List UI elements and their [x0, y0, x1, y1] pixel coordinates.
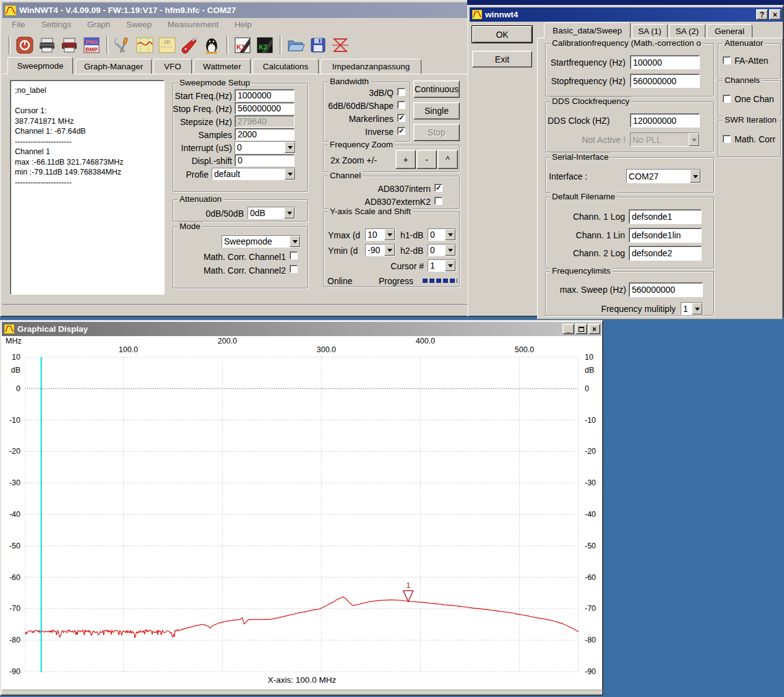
displ-shift-field[interactable]: 0: [235, 154, 295, 167]
max-sweep-field[interactable]: 560000000: [629, 282, 703, 297]
close-button[interactable]: ×: [769, 9, 781, 20]
tab-basic-data-sweep[interactable]: Basic_data/Sweep: [544, 22, 631, 38]
chart-title-bar[interactable]: Graphical Display _ ×: [2, 322, 601, 336]
tab-wattmeter[interactable]: Wattmeter: [194, 59, 251, 74]
open-file-button[interactable]: [285, 35, 306, 56]
h2-db-select[interactable]: 0: [428, 244, 456, 256]
close-button[interactable]: ×: [588, 324, 600, 334]
samples-label: Samples: [173, 130, 232, 140]
tab-sa2[interactable]: SA (2): [669, 24, 705, 38]
ymax-select[interactable]: 10: [365, 228, 395, 241]
cursor-number-select[interactable]: 1: [428, 259, 456, 272]
chevron-down-icon[interactable]: [445, 245, 455, 256]
dialog-title-bar[interactable]: winnwt4 ? ×: [470, 7, 783, 22]
swiss-knife-button[interactable]: [179, 35, 200, 56]
samples-field[interactable]: 2000: [235, 128, 295, 141]
tab-label: SA (2): [676, 27, 699, 36]
one-chan-checkbox[interactable]: [723, 95, 731, 103]
help-button[interactable]: ?: [756, 9, 768, 20]
tools-button[interactable]: [112, 35, 133, 56]
tab-graph-manager[interactable]: Graph-Manager: [75, 59, 152, 74]
start-freq-field[interactable]: 1000000: [235, 89, 295, 102]
tab-calculations[interactable]: Calculations: [252, 59, 319, 74]
chevron-down-icon[interactable]: [284, 207, 295, 219]
tab-sweepmode[interactable]: Sweepmode: [7, 57, 73, 74]
chevron-down-icon[interactable]: [285, 142, 295, 153]
h1-db-select[interactable]: 0: [428, 228, 456, 241]
sweep-chart[interactable]: 100.0200.0300.0400.0500.0MHz101000-10-10…: [2, 336, 601, 691]
save-file-button[interactable]: [308, 35, 329, 56]
menu-settings[interactable]: Settings: [34, 18, 78, 31]
chann1-log-field[interactable]: defsonde1: [629, 209, 702, 224]
menu-measurement[interactable]: Measurement: [161, 18, 226, 31]
maximize-button[interactable]: [575, 324, 587, 334]
chann1-lin-field[interactable]: defsonde1lin: [629, 228, 702, 243]
tab-general[interactable]: General: [707, 24, 752, 38]
frequency-multiply-select[interactable]: 1: [681, 302, 703, 315]
tab-sa1[interactable]: SA (1): [632, 24, 668, 38]
chann2-log-field[interactable]: defsonde2: [629, 246, 702, 261]
print-pdf-button[interactable]: PDF: [59, 35, 80, 56]
chevron-down-icon[interactable]: [285, 168, 295, 180]
calibrate-k2-button[interactable]: K2: [254, 35, 275, 56]
chevron-down-icon[interactable]: [445, 260, 455, 271]
export-png-bmp-button[interactable]: PNGBMP: [81, 35, 102, 56]
y-tick-label-right: -20: [585, 447, 596, 456]
ok-button[interactable]: OK: [472, 26, 532, 43]
interface-select[interactable]: COM27: [626, 169, 701, 183]
chevron-down-icon[interactable]: [384, 245, 395, 256]
sweep-window-button[interactable]: [134, 35, 155, 56]
stopfrequency-field[interactable]: 560000000: [630, 74, 700, 88]
menu-help[interactable]: Help: [228, 18, 259, 31]
menu-graph[interactable]: Graph: [80, 18, 118, 31]
tab-vfo[interactable]: VFO: [153, 59, 192, 74]
zoom-in-button[interactable]: +: [395, 150, 416, 169]
tab-label: Calculations: [263, 62, 309, 71]
profile-select[interactable]: default: [212, 168, 296, 180]
continuous-button[interactable]: Continuous: [413, 80, 460, 98]
markerlines-checkbox[interactable]: ✓: [397, 114, 405, 122]
ymin-select[interactable]: -90: [365, 244, 395, 256]
chevron-down-icon[interactable]: [384, 229, 395, 240]
attenuation-select[interactable]: 0dB: [248, 207, 295, 219]
chevron-down-icon[interactable]: [445, 229, 455, 240]
interrupt-select[interactable]: 0: [235, 141, 296, 154]
power-button[interactable]: [14, 35, 35, 56]
ymin-label: Ymin (d: [328, 246, 364, 256]
measurement-info-panel[interactable]: ;no_label Cursor 1: 387.741871 MHz Chann…: [10, 80, 165, 295]
stop-freq-field[interactable]: 560000000: [235, 102, 295, 115]
single-button[interactable]: Single: [413, 102, 460, 119]
dds-clock-field[interactable]: 120000000: [630, 113, 700, 128]
swr-math-corr-checkbox[interactable]: [723, 135, 731, 143]
chevron-down-icon[interactable]: [690, 170, 700, 183]
interrupt-value: 0: [235, 142, 285, 153]
ad8307intern-checkbox[interactable]: ✓: [434, 184, 442, 192]
zoom-reset-button[interactable]: ^: [437, 150, 458, 169]
fa-atten-checkbox[interactable]: [723, 56, 731, 64]
bandwidth-6db-checkbox[interactable]: [397, 101, 405, 109]
menu-file[interactable]: File: [5, 18, 32, 31]
progress-bar: [423, 279, 457, 283]
math-corr-ch1-checkbox[interactable]: [290, 251, 298, 259]
tab-impedanzanpassung[interactable]: Impedanzanpassung: [321, 59, 421, 74]
calibrate-k1-button[interactable]: K1: [232, 35, 253, 56]
inverse-checkbox[interactable]: ✓: [397, 127, 405, 135]
minimize-button[interactable]: _: [562, 324, 574, 334]
menu-sweep[interactable]: Sweep: [119, 18, 158, 31]
print-button[interactable]: [37, 35, 58, 56]
linux-tux-button[interactable]: [201, 35, 222, 56]
db-window-button[interactable]: dB: [157, 35, 178, 56]
zoom-out-button[interactable]: -: [416, 150, 437, 169]
bandwidth-3db-checkbox[interactable]: [397, 88, 405, 96]
chevron-down-icon[interactable]: [692, 303, 702, 314]
mode-select[interactable]: Sweepmode: [222, 235, 301, 248]
exit-button[interactable]: Exit: [472, 51, 532, 67]
math-corr-ch2-checkbox[interactable]: [290, 265, 298, 273]
startfrequency-field[interactable]: 100000: [630, 55, 700, 69]
frequency-multiply-label: Frequency mulitiply: [583, 304, 676, 314]
cursor-number-label: Cursor #: [379, 261, 424, 271]
ad8307externk2-checkbox[interactable]: [434, 197, 442, 205]
info-line: ----------------------: [15, 137, 160, 147]
impedance-button[interactable]: [330, 35, 351, 56]
chevron-down-icon[interactable]: [290, 236, 300, 247]
